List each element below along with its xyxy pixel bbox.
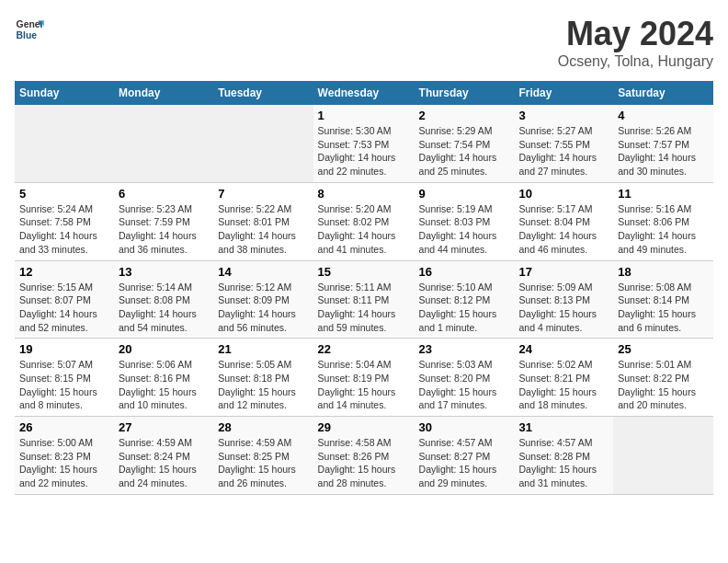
day-info: Sunrise: 5:04 AM Sunset: 8:19 PM Dayligh… [318,358,410,412]
weekday-header-monday: Monday [114,81,213,105]
calendar-table: SundayMondayTuesdayWednesdayThursdayFrid… [15,81,713,495]
day-info: Sunrise: 5:17 AM Sunset: 8:04 PM Dayligh… [518,202,609,257]
day-info: Sunrise: 5:29 AM Sunset: 7:54 PM Dayligh… [419,124,510,178]
page-header: General Blue May 2024 Ocseny, Tolna, Hun… [15,15,713,70]
day-number: 2 [419,109,510,122]
calendar-cell: 30Sunrise: 4:57 AM Sunset: 8:27 PM Dayli… [415,417,515,495]
day-number: 9 [419,187,510,201]
day-info: Sunrise: 5:06 AM Sunset: 8:16 PM Dayligh… [119,358,209,412]
calendar-cell: 23Sunrise: 5:03 AM Sunset: 8:20 PM Dayli… [415,339,515,417]
calendar-cell: 31Sunrise: 4:57 AM Sunset: 8:28 PM Dayli… [514,417,613,495]
day-number: 14 [218,265,308,279]
day-number: 10 [518,187,609,201]
calendar-cell: 19Sunrise: 5:07 AM Sunset: 8:15 PM Dayli… [15,339,114,417]
calendar-cell: 27Sunrise: 4:59 AM Sunset: 8:24 PM Dayli… [114,417,213,495]
day-info: Sunrise: 5:30 AM Sunset: 7:53 PM Dayligh… [318,124,410,178]
day-info: Sunrise: 5:11 AM Sunset: 8:11 PM Dayligh… [318,281,410,335]
calendar-title: May 2024 [558,15,713,53]
weekday-header-saturday: Saturday [613,81,713,105]
day-number: 15 [318,265,410,279]
day-number: 28 [218,420,308,434]
day-info: Sunrise: 5:19 AM Sunset: 8:03 PM Dayligh… [419,202,510,257]
calendar-cell: 2Sunrise: 5:29 AM Sunset: 7:54 PM Daylig… [415,105,515,182]
calendar-cell: 13Sunrise: 5:14 AM Sunset: 8:08 PM Dayli… [114,260,213,339]
calendar-cell: 21Sunrise: 5:05 AM Sunset: 8:18 PM Dayli… [213,339,313,417]
day-info: Sunrise: 5:15 AM Sunset: 8:07 PM Dayligh… [19,281,109,335]
calendar-cell: 12Sunrise: 5:15 AM Sunset: 8:07 PM Dayli… [15,260,114,339]
calendar-cell: 16Sunrise: 5:10 AM Sunset: 8:12 PM Dayli… [415,260,515,339]
calendar-week-row: 1Sunrise: 5:30 AM Sunset: 7:53 PM Daylig… [15,105,713,182]
logo-icon: General Blue [15,15,44,44]
day-info: Sunrise: 5:09 AM Sunset: 8:13 PM Dayligh… [518,281,609,335]
day-info: Sunrise: 5:22 AM Sunset: 8:01 PM Dayligh… [218,202,308,257]
weekday-header-wednesday: Wednesday [313,81,415,105]
day-info: Sunrise: 5:03 AM Sunset: 8:20 PM Dayligh… [419,358,510,412]
day-number: 12 [19,265,109,279]
calendar-cell: 8Sunrise: 5:20 AM Sunset: 8:02 PM Daylig… [313,182,415,260]
day-info: Sunrise: 4:57 AM Sunset: 8:27 PM Dayligh… [419,436,510,490]
weekday-header-tuesday: Tuesday [213,81,313,105]
svg-text:Blue: Blue [17,30,38,40]
logo: General Blue [15,15,46,44]
weekday-header-friday: Friday [514,81,613,105]
day-info: Sunrise: 5:05 AM Sunset: 8:18 PM Dayligh… [218,358,308,412]
calendar-cell: 18Sunrise: 5:08 AM Sunset: 8:14 PM Dayli… [613,260,713,339]
calendar-cell [613,417,713,495]
day-info: Sunrise: 5:16 AM Sunset: 8:06 PM Dayligh… [618,202,709,257]
day-number: 25 [618,342,709,356]
day-info: Sunrise: 5:08 AM Sunset: 8:14 PM Dayligh… [618,281,709,335]
calendar-week-row: 26Sunrise: 5:00 AM Sunset: 8:23 PM Dayli… [15,417,713,495]
calendar-cell [114,105,213,182]
calendar-cell: 17Sunrise: 5:09 AM Sunset: 8:13 PM Dayli… [514,260,613,339]
calendar-cell: 28Sunrise: 4:59 AM Sunset: 8:25 PM Dayli… [213,417,313,495]
day-number: 31 [518,420,609,434]
weekday-header-row: SundayMondayTuesdayWednesdayThursdayFrid… [15,81,713,105]
weekday-header-sunday: Sunday [15,81,114,105]
day-number: 27 [119,420,209,434]
calendar-week-row: 12Sunrise: 5:15 AM Sunset: 8:07 PM Dayli… [15,260,713,339]
day-info: Sunrise: 5:02 AM Sunset: 8:21 PM Dayligh… [518,358,609,412]
day-number: 24 [518,342,609,356]
day-info: Sunrise: 5:10 AM Sunset: 8:12 PM Dayligh… [419,281,510,335]
day-number: 19 [19,342,109,356]
calendar-cell: 22Sunrise: 5:04 AM Sunset: 8:19 PM Dayli… [313,339,415,417]
weekday-header-thursday: Thursday [415,81,515,105]
day-number: 18 [618,265,709,279]
day-number: 4 [618,109,709,122]
day-number: 17 [518,265,609,279]
day-number: 6 [119,187,209,201]
calendar-cell: 20Sunrise: 5:06 AM Sunset: 8:16 PM Dayli… [114,339,213,417]
day-info: Sunrise: 5:00 AM Sunset: 8:23 PM Dayligh… [19,436,109,490]
title-block: May 2024 Ocseny, Tolna, Hungary [558,15,713,70]
calendar-cell: 9Sunrise: 5:19 AM Sunset: 8:03 PM Daylig… [415,182,515,260]
calendar-header: SundayMondayTuesdayWednesdayThursdayFrid… [15,81,713,105]
calendar-cell: 25Sunrise: 5:01 AM Sunset: 8:22 PM Dayli… [613,339,713,417]
calendar-cell: 10Sunrise: 5:17 AM Sunset: 8:04 PM Dayli… [514,182,613,260]
day-info: Sunrise: 4:59 AM Sunset: 8:24 PM Dayligh… [119,436,209,490]
calendar-cell [15,105,114,182]
day-number: 16 [419,265,510,279]
day-info: Sunrise: 5:01 AM Sunset: 8:22 PM Dayligh… [618,358,709,412]
day-info: Sunrise: 5:07 AM Sunset: 8:15 PM Dayligh… [19,358,109,412]
calendar-cell: 26Sunrise: 5:00 AM Sunset: 8:23 PM Dayli… [15,417,114,495]
calendar-cell: 4Sunrise: 5:26 AM Sunset: 7:57 PM Daylig… [613,105,713,182]
day-info: Sunrise: 5:20 AM Sunset: 8:02 PM Dayligh… [318,202,410,257]
calendar-cell [213,105,313,182]
day-number: 21 [218,342,308,356]
calendar-cell: 7Sunrise: 5:22 AM Sunset: 8:01 PM Daylig… [213,182,313,260]
calendar-cell: 6Sunrise: 5:23 AM Sunset: 7:59 PM Daylig… [114,182,213,260]
calendar-week-row: 19Sunrise: 5:07 AM Sunset: 8:15 PM Dayli… [15,339,713,417]
day-info: Sunrise: 4:58 AM Sunset: 8:26 PM Dayligh… [318,436,410,490]
day-number: 8 [318,187,410,201]
calendar-cell: 24Sunrise: 5:02 AM Sunset: 8:21 PM Dayli… [514,339,613,417]
calendar-cell: 11Sunrise: 5:16 AM Sunset: 8:06 PM Dayli… [613,182,713,260]
day-number: 7 [218,187,308,201]
calendar-week-row: 5Sunrise: 5:24 AM Sunset: 7:58 PM Daylig… [15,182,713,260]
calendar-body: 1Sunrise: 5:30 AM Sunset: 7:53 PM Daylig… [15,105,713,494]
calendar-cell: 3Sunrise: 5:27 AM Sunset: 7:55 PM Daylig… [514,105,613,182]
day-number: 26 [19,420,109,434]
day-number: 29 [318,420,410,434]
day-info: Sunrise: 4:57 AM Sunset: 8:28 PM Dayligh… [518,436,609,490]
calendar-location: Ocseny, Tolna, Hungary [558,53,713,70]
day-number: 1 [318,109,410,122]
